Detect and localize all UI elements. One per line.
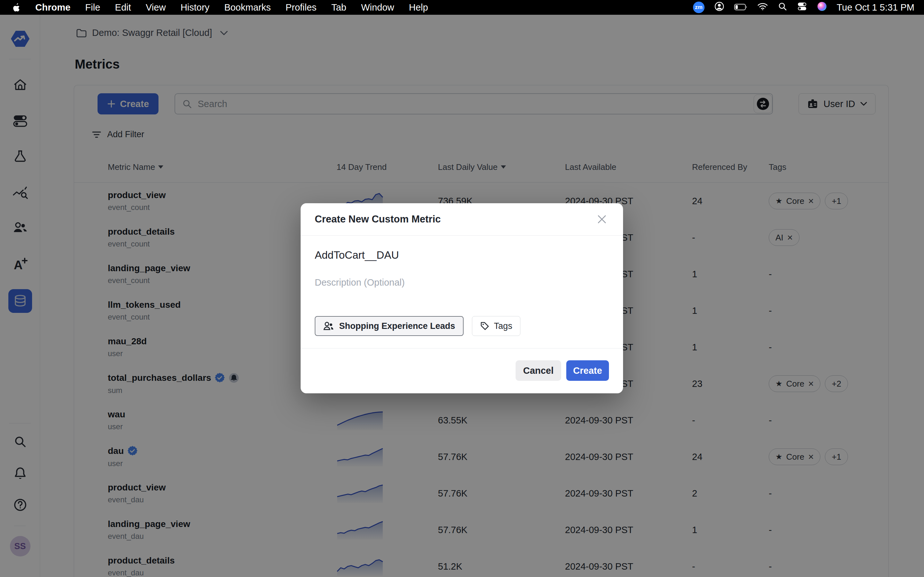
create-metric-modal: Create New Custom Metric Shopping Experi…	[300, 203, 623, 393]
close-icon	[597, 214, 607, 224]
menu-item-file[interactable]: File	[86, 2, 100, 13]
control-center-icon[interactable]	[797, 2, 807, 13]
wifi-icon[interactable]	[757, 2, 768, 13]
menu-item-history[interactable]: History	[181, 2, 210, 13]
modal-body: Shopping Experience Leads Tags	[300, 249, 623, 336]
macos-menubar: ChromeFileEditViewHistoryBookmarksProfil…	[0, 0, 924, 15]
menu-item-profiles[interactable]: Profiles	[286, 2, 317, 13]
tag-icon	[480, 321, 489, 331]
people-icon	[323, 321, 334, 331]
siri-icon[interactable]	[817, 1, 827, 14]
cancel-button[interactable]: Cancel	[515, 360, 561, 381]
menu-item-help[interactable]: Help	[409, 2, 428, 13]
apple-menu-icon[interactable]	[12, 3, 21, 12]
metric-name-input[interactable]	[315, 249, 609, 261]
owner-team-chip[interactable]: Shopping Experience Leads	[315, 316, 464, 336]
user-account-icon[interactable]	[714, 1, 724, 14]
tags-chip[interactable]: Tags	[472, 316, 520, 336]
zoom-app-icon[interactable]: zm	[693, 2, 704, 13]
menubar-clock[interactable]: Tue Oct 1 5:31 PM	[837, 2, 914, 13]
menu-item-edit[interactable]: Edit	[115, 2, 131, 13]
menu-item-bookmarks[interactable]: Bookmarks	[224, 2, 271, 13]
modal-title: Create New Custom Metric	[315, 213, 441, 225]
battery-icon[interactable]	[734, 2, 748, 13]
menu-item-chrome[interactable]: Chrome	[35, 2, 71, 13]
close-button[interactable]	[595, 212, 609, 226]
modal-create-button[interactable]: Create	[566, 360, 609, 381]
description-input[interactable]	[315, 277, 609, 288]
spotlight-search-icon[interactable]	[778, 2, 787, 13]
menu-item-window[interactable]: Window	[361, 2, 394, 13]
menu-item-tab[interactable]: Tab	[331, 2, 347, 13]
menu-item-view[interactable]: View	[145, 2, 166, 13]
modal-header: Create New Custom Metric	[300, 203, 623, 235]
modal-footer: Cancel Create	[300, 348, 623, 393]
